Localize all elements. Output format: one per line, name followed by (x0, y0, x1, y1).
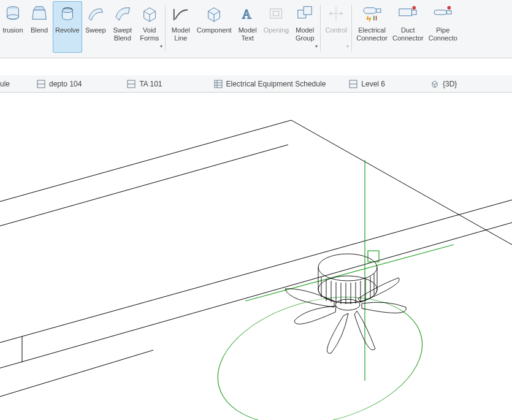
extrusion-label: trusion (2, 26, 23, 34)
svg-marker-13 (329, 12, 332, 15)
tab-label: Level 6 (361, 80, 385, 88)
svg-rect-14 (364, 8, 376, 13)
tab-label: {3D} (443, 80, 457, 88)
revolve-label: Revolve (55, 26, 80, 34)
model-line-label: Model Line (172, 26, 190, 42)
svg-rect-7 (273, 11, 279, 16)
svg-rect-15 (376, 9, 381, 13)
ribbon-separator (320, 5, 321, 52)
ribbon-separator (165, 5, 166, 52)
duct-connector-tool[interactable]: Duct Connector (390, 1, 426, 53)
view-tabs: ule depto 104 TA 101 Electrical Equipmen… (0, 75, 512, 93)
void-forms-tool[interactable]: Void Forms (136, 1, 163, 53)
svg-point-59 (335, 299, 360, 310)
ribbon-toolbar: trusion Blend (0, 0, 512, 58)
model-text-icon: A (237, 3, 258, 24)
svg-point-45 (318, 254, 377, 281)
tab-3d[interactable]: {3D} (422, 75, 465, 92)
ribbon-group-model: Model Line Component A (167, 1, 318, 53)
electrical-connector-label: Electrical Connector (356, 26, 388, 42)
svg-marker-2 (34, 7, 45, 10)
dropdown-arrow-icon: ▾ (346, 44, 349, 49)
svg-rect-44 (368, 251, 379, 262)
svg-rect-21 (434, 10, 447, 15)
svg-point-4 (62, 9, 72, 13)
blend-icon (29, 3, 50, 24)
viewport-canvas (0, 93, 512, 420)
floor-slab-geometry (0, 120, 512, 411)
tab-level6[interactable]: Level 6 (340, 75, 422, 92)
pipe-connector-icon (432, 3, 453, 24)
tab-ta101[interactable]: TA 101 (118, 75, 205, 92)
tab-depto104[interactable]: depto 104 (28, 75, 118, 92)
svg-point-20 (413, 6, 416, 10)
ribbon-group-connectors: Electrical Connector Duct Connector (354, 1, 460, 53)
tab-label: depto 104 (49, 80, 82, 88)
component-tool[interactable]: Component (194, 1, 234, 53)
blend-label: Blend (31, 26, 48, 34)
model-group-tool[interactable]: Model Group (291, 1, 318, 53)
control-tool: Control (323, 1, 350, 53)
svg-line-37 (0, 200, 512, 356)
pipe-connector-tool[interactable]: Pipe Connecto (426, 1, 460, 53)
component-icon (204, 3, 224, 24)
tab-label: ule (0, 80, 10, 88)
electrical-connector-tool[interactable]: Electrical Connector (354, 1, 390, 53)
plan-view-icon (37, 80, 45, 88)
svg-rect-18 (399, 9, 412, 16)
swept-blend-tool[interactable]: Swept Blend (109, 1, 136, 53)
dropdown-arrow-icon[interactable]: ▾ (315, 44, 318, 49)
revolve-tool[interactable]: Revolve (53, 1, 82, 53)
duct-connector-icon (397, 3, 418, 24)
tab-label: Electrical Equipment Schedule (226, 80, 326, 88)
sweep-icon (85, 3, 106, 24)
model-text-tool[interactable]: A Model Text (234, 1, 261, 53)
void-forms-label: Void Forms (140, 26, 159, 42)
svg-rect-6 (270, 9, 282, 18)
model-text-label: Model Text (239, 26, 257, 42)
extrusion-tool[interactable]: trusion (0, 1, 26, 53)
pipe-connector-label: Pipe Connecto (429, 26, 457, 42)
model-group-label: Model Group (296, 26, 315, 42)
blend-tool[interactable]: Blend (26, 1, 53, 53)
reference-plane (204, 160, 454, 420)
electrical-connector-icon (362, 3, 383, 24)
opening-label: Opening (264, 26, 289, 34)
svg-line-35 (291, 120, 512, 245)
plan-view-icon (127, 80, 136, 88)
svg-line-34 (0, 120, 291, 215)
model-viewport[interactable] (0, 93, 512, 420)
sweep-tool[interactable]: Sweep (82, 1, 109, 53)
swept-blend-label: Swept Blend (113, 26, 132, 42)
svg-point-41 (204, 277, 436, 420)
model-group-icon (294, 3, 315, 24)
svg-line-36 (0, 145, 288, 240)
dropdown-arrow-icon[interactable]: ▾ (160, 44, 162, 49)
control-icon (326, 3, 346, 24)
tab-label: TA 101 (139, 80, 162, 88)
opening-icon (266, 3, 286, 24)
model-line-icon (170, 3, 191, 24)
cube-3d-icon (430, 80, 439, 88)
plan-view-icon (349, 80, 357, 88)
svg-rect-28 (215, 80, 222, 88)
ribbon-separator (351, 5, 352, 52)
tab-ule[interactable]: ule (0, 75, 28, 92)
revolve-icon (57, 3, 78, 24)
model-line-tool[interactable]: Model Line (167, 1, 194, 53)
svg-point-23 (448, 6, 451, 10)
tab-eq-schedule[interactable]: Electrical Equipment Schedule (205, 75, 341, 92)
svg-line-43 (245, 245, 454, 301)
ribbon-group-forms: trusion Blend (0, 1, 163, 53)
fan-component[interactable] (285, 254, 406, 353)
schedule-icon (214, 80, 223, 88)
svg-rect-19 (412, 10, 417, 15)
swept-blend-icon (112, 3, 133, 24)
void-forms-icon (139, 3, 160, 24)
svg-marker-12 (341, 12, 343, 15)
svg-rect-9 (304, 7, 311, 15)
svg-rect-22 (447, 10, 452, 14)
svg-line-38 (0, 223, 512, 382)
svg-line-39 (0, 350, 153, 411)
extrusion-icon (2, 3, 23, 24)
